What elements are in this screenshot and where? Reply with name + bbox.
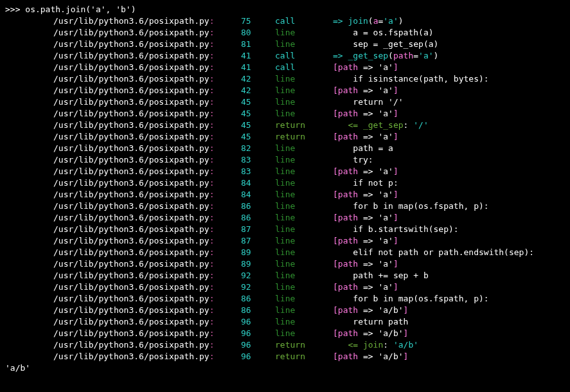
line-number: 42 xyxy=(241,85,256,96)
trace-row: /usr/lib/python3.6/posixpath.py:86line f… xyxy=(5,293,565,305)
line-number: 41 xyxy=(241,50,256,62)
event-type: line xyxy=(275,73,314,85)
line-number: 41 xyxy=(241,62,256,73)
line-number: 86 xyxy=(241,305,256,316)
trace-body: path += sep + b xyxy=(333,270,429,281)
source-path: /usr/lib/python3.6/posixpath.py xyxy=(53,294,209,303)
line-number: 86 xyxy=(241,212,256,224)
trace-body: [path => 'a/b'] xyxy=(333,305,408,316)
line-number: 45 xyxy=(241,120,256,131)
event-type: line xyxy=(275,27,314,39)
source-path: /usr/lib/python3.6/posixpath.py xyxy=(53,28,209,37)
line-number: 96 xyxy=(241,316,256,328)
source-path: /usr/lib/python3.6/posixpath.py xyxy=(53,85,209,95)
source-path: /usr/lib/python3.6/posixpath.py xyxy=(53,39,209,49)
trace-body: try: xyxy=(333,154,373,166)
event-type: return xyxy=(275,339,314,351)
repl-input-line[interactable]: >>> os.path.join('a', 'b') xyxy=(5,4,565,15)
trace-row: /usr/lib/python3.6/posixpath.py:45line r… xyxy=(5,96,565,108)
source-path: /usr/lib/python3.6/posixpath.py xyxy=(53,282,209,292)
line-number: 75 xyxy=(241,15,256,27)
source-path: /usr/lib/python3.6/posixpath.py xyxy=(53,328,209,338)
trace-body: for b in map(os.fspath, p): xyxy=(333,200,489,212)
source-path: /usr/lib/python3.6/posixpath.py xyxy=(53,317,209,326)
trace-row: /usr/lib/python3.6/posixpath.py:42line i… xyxy=(5,73,565,85)
event-type: line xyxy=(275,281,314,293)
source-path: /usr/lib/python3.6/posixpath.py xyxy=(53,97,209,107)
trace-row: /usr/lib/python3.6/posixpath.py:86line[p… xyxy=(5,212,565,224)
event-type: line xyxy=(275,189,314,200)
line-number: 84 xyxy=(241,189,256,200)
source-path: /usr/lib/python3.6/posixpath.py xyxy=(53,247,209,257)
trace-row: /usr/lib/python3.6/posixpath.py:83line[p… xyxy=(5,166,565,177)
line-number: 82 xyxy=(241,143,256,154)
line-number: 83 xyxy=(241,166,256,177)
event-type: line xyxy=(275,270,314,281)
source-path: /usr/lib/python3.6/posixpath.py xyxy=(53,201,209,211)
repl-command[interactable]: os.path.join('a', 'b') xyxy=(25,4,136,14)
event-type: return xyxy=(275,131,314,143)
trace-body: for b in map(os.fspath, p): xyxy=(333,293,489,305)
trace-row: /usr/lib/python3.6/posixpath.py:92line p… xyxy=(5,270,565,281)
trace-body: [path => 'a'] xyxy=(333,62,398,73)
line-number: 87 xyxy=(241,224,256,235)
trace-row: /usr/lib/python3.6/posixpath.py:42line[p… xyxy=(5,85,565,96)
trace-row: /usr/lib/python3.6/posixpath.py:84line i… xyxy=(5,177,565,189)
trace-body: <= join: 'a/b' xyxy=(333,339,418,351)
event-type: return xyxy=(275,351,314,362)
event-type: line xyxy=(275,143,314,154)
trace-row: /usr/lib/python3.6/posixpath.py:84line[p… xyxy=(5,189,565,200)
trace-body: <= _get_sep: '/' xyxy=(333,120,429,131)
source-path: /usr/lib/python3.6/posixpath.py xyxy=(53,259,209,269)
source-path: /usr/lib/python3.6/posixpath.py xyxy=(53,62,209,72)
line-number: 89 xyxy=(241,258,256,270)
event-type: call xyxy=(275,15,314,27)
terminal-output: >>> os.path.join('a', 'b')/usr/lib/pytho… xyxy=(5,4,565,374)
trace-body: return path xyxy=(333,316,408,328)
trace-row: /usr/lib/python3.6/posixpath.py:96line[p… xyxy=(5,328,565,339)
line-number: 96 xyxy=(241,339,256,351)
source-path: /usr/lib/python3.6/posixpath.py xyxy=(53,352,209,361)
trace-body: [path => 'a'] xyxy=(333,281,398,293)
event-type: line xyxy=(275,96,314,108)
line-number: 42 xyxy=(241,73,256,85)
trace-row: /usr/lib/python3.6/posixpath.py:89line e… xyxy=(5,247,565,258)
trace-row: /usr/lib/python3.6/posixpath.py:81line s… xyxy=(5,39,565,50)
trace-body: [path => 'a'] xyxy=(333,85,398,96)
trace-body: [path => 'a'] xyxy=(333,131,398,143)
trace-body: sep = _get_sep(a) xyxy=(333,39,438,50)
line-number: 83 xyxy=(241,154,256,166)
event-type: line xyxy=(275,328,314,339)
trace-body: [path => 'a'] xyxy=(333,108,398,120)
event-type: line xyxy=(275,212,314,224)
trace-body: => join(a='a') xyxy=(333,15,404,27)
trace-body: elif not path or path.endswith(sep): xyxy=(333,247,534,258)
trace-body: [path => 'a'] xyxy=(333,212,398,224)
trace-row: /usr/lib/python3.6/posixpath.py:87line i… xyxy=(5,224,565,235)
repl-prompt: >>> xyxy=(5,4,25,14)
source-path: /usr/lib/python3.6/posixpath.py xyxy=(53,271,209,280)
line-number: 92 xyxy=(241,270,256,281)
line-number: 45 xyxy=(241,108,256,120)
trace-row: /usr/lib/python3.6/posixpath.py:87line[p… xyxy=(5,235,565,247)
source-path: /usr/lib/python3.6/posixpath.py xyxy=(53,178,209,188)
source-path: /usr/lib/python3.6/posixpath.py xyxy=(53,190,209,199)
event-type: line xyxy=(275,247,314,258)
trace-row: /usr/lib/python3.6/posixpath.py:89line[p… xyxy=(5,258,565,270)
trace-body: [path => 'a/b'] xyxy=(333,328,408,339)
repl-result: 'a/b' xyxy=(5,362,565,374)
source-path: /usr/lib/python3.6/posixpath.py xyxy=(53,120,209,130)
trace-body: if isinstance(path, bytes): xyxy=(333,73,489,85)
line-number: 45 xyxy=(241,131,256,143)
trace-body: a = os.fspath(a) xyxy=(333,27,434,39)
event-type: call xyxy=(275,50,314,62)
trace-row: /usr/lib/python3.6/posixpath.py:45return… xyxy=(5,120,565,131)
trace-body: => _get_sep(path='a') xyxy=(333,50,438,62)
trace-row: /usr/lib/python3.6/posixpath.py:96return… xyxy=(5,351,565,362)
line-number: 96 xyxy=(241,328,256,339)
line-number: 84 xyxy=(241,177,256,189)
event-type: line xyxy=(275,235,314,247)
event-type: line xyxy=(275,200,314,212)
trace-row: /usr/lib/python3.6/posixpath.py:96line r… xyxy=(5,316,565,328)
trace-body: [path => 'a'] xyxy=(333,258,398,270)
